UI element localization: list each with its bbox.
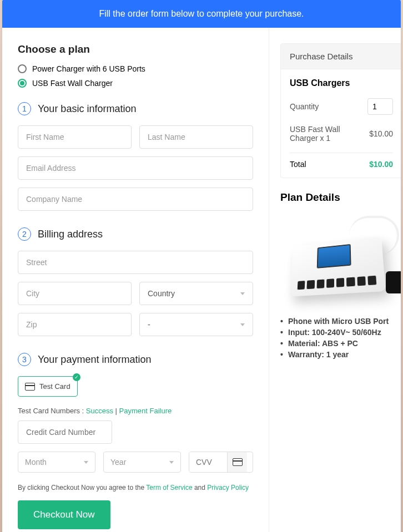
feature-item: Phone with Micro USB Port <box>288 317 401 326</box>
zip-input[interactable] <box>18 313 132 336</box>
chevron-down-icon <box>84 461 88 464</box>
total-value: $10.00 <box>369 160 393 169</box>
check-icon <box>73 373 80 381</box>
city-input[interactable] <box>18 282 132 305</box>
plan-heading: Choose a plan <box>18 43 253 55</box>
feature-list: Phone with Micro USB Port Input: 100-240… <box>280 317 401 359</box>
feature-item: Input: 100-240V~ 50/60Hz <box>288 328 401 337</box>
qty-input[interactable] <box>367 98 393 115</box>
line-item-label: USB Fast Wall Charger x 1 <box>290 125 367 143</box>
card-back-icon <box>227 452 247 472</box>
qty-label: Quantity <box>290 102 319 111</box>
step-3-title: Your payment information <box>38 354 151 366</box>
cc-number-input[interactable] <box>18 420 112 444</box>
chevron-down-icon <box>169 461 174 464</box>
line-item-price: $10.00 <box>369 129 393 138</box>
checkout-button[interactable]: Checkout Now <box>18 500 110 529</box>
tos-link[interactable]: Term of Service <box>146 484 192 492</box>
feature-item: Material: ABS + PC <box>288 339 401 348</box>
total-label: Total <box>290 160 306 169</box>
success-link[interactable]: Success <box>86 407 113 415</box>
main-form: Choose a plan Power Charger with 6 USB P… <box>2 28 269 532</box>
plan-radio-group: Power Charger with 6 USB Ports USB Fast … <box>18 64 253 88</box>
plan-option-0[interactable]: Power Charger with 6 USB Ports <box>18 64 253 73</box>
street-input[interactable] <box>18 251 253 274</box>
month-select[interactable]: Month <box>18 452 95 473</box>
sidebar: Purchase Details USB Chargers Quantity U… <box>269 28 401 532</box>
year-select[interactable]: Year <box>103 452 181 473</box>
company-input[interactable] <box>18 188 253 211</box>
cvv-input[interactable] <box>189 452 227 472</box>
failure-link[interactable]: Payment Failure <box>119 407 172 415</box>
chevron-down-icon <box>240 323 245 326</box>
email-input[interactable] <box>18 156 253 180</box>
agree-text: By clicking Checkout Now you agree to th… <box>18 484 253 492</box>
radio-icon <box>18 79 27 88</box>
chevron-down-icon <box>240 292 245 295</box>
test-card-box[interactable]: Test Card <box>18 376 78 397</box>
country-select[interactable]: Country <box>139 282 253 305</box>
first-name-input[interactable] <box>18 125 132 149</box>
purchase-details-heading: Purchase Details <box>281 44 401 69</box>
radio-icon <box>18 64 27 73</box>
last-name-input[interactable] <box>139 125 253 149</box>
feature-item: Warranty: 1 year <box>288 350 401 359</box>
plan-option-label: USB Fast Wall Charger <box>32 79 113 88</box>
step-1-number: 1 <box>18 102 31 115</box>
banner: Fill the order form below to complete yo… <box>2 0 401 28</box>
plan-option-1[interactable]: USB Fast Wall Charger <box>18 79 253 88</box>
privacy-link[interactable]: Privacy Policy <box>207 484 249 492</box>
purchase-details-box: Purchase Details USB Chargers Quantity U… <box>280 43 401 178</box>
test-card-numbers: Test Card Numbers : Success | Payment Fa… <box>18 407 253 415</box>
card-icon <box>25 383 35 391</box>
step-1-title: Your basic information <box>38 103 136 115</box>
state-select[interactable]: - <box>139 313 253 336</box>
purchase-product-title: USB Chargers <box>290 78 393 88</box>
step-3-number: 3 <box>18 353 31 366</box>
product-image <box>280 211 401 311</box>
plan-details-heading: Plan Details <box>280 191 401 204</box>
step-2-title: Billing address <box>38 229 103 240</box>
step-2-number: 2 <box>18 227 31 241</box>
test-card-label: Test Card <box>39 382 70 391</box>
plan-option-label: Power Charger with 6 USB Ports <box>32 64 145 73</box>
